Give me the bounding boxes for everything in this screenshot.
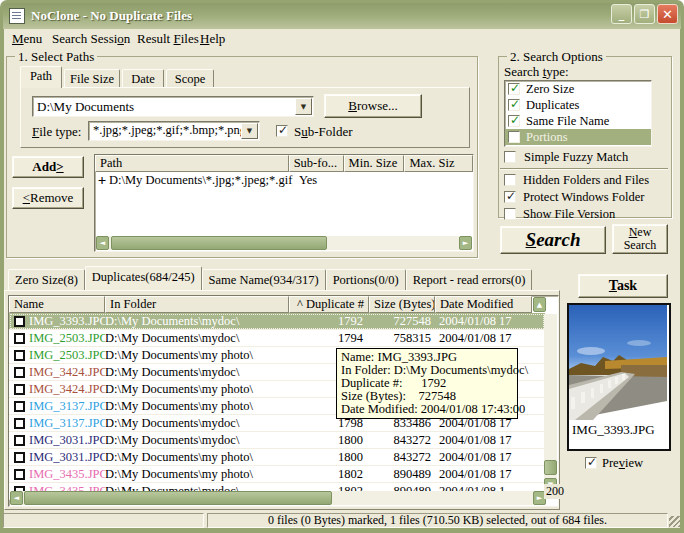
tab-results-1[interactable]: Duplicates(684/245) bbox=[85, 266, 202, 290]
table-row[interactable]: IMG_3031.JPGD:\My Documents\mydoc\180084… bbox=[9, 432, 545, 449]
size-cell: 843272 bbox=[369, 433, 435, 448]
search-type-item-2[interactable]: ✓Same File Name bbox=[505, 113, 651, 129]
tab-scope[interactable]: Scope bbox=[166, 69, 214, 88]
file-name-cell: IMG_3435.JPG bbox=[29, 467, 105, 482]
row-checkbox[interactable] bbox=[9, 384, 29, 395]
checkbox-icon[interactable] bbox=[14, 384, 25, 395]
row-checkbox[interactable] bbox=[9, 333, 29, 344]
preview-checkbox[interactable]: ✓ bbox=[585, 455, 597, 471]
checkbox[interactable]: ✓ bbox=[504, 191, 516, 203]
date-cell: 2004/01/08 17 bbox=[435, 467, 545, 482]
menu-item-help[interactable]: Help bbox=[200, 31, 225, 47]
table-row[interactable]: IMG_2503.JPGD:\My Documents\mydoc\179475… bbox=[9, 330, 545, 347]
in-folder-cell: D:\My Documents\mydoc\ bbox=[105, 433, 289, 448]
col-header-size[interactable]: Size (Bytes) bbox=[369, 296, 435, 313]
path-list-row[interactable]: + D:\My Documents\*.jpg;*.jpeg;*.gif;...… bbox=[95, 172, 473, 189]
checkbox-icon[interactable] bbox=[14, 469, 25, 480]
task-button[interactable]: Task bbox=[578, 274, 668, 298]
path-list-header-subfolder[interactable]: Sub-fo... bbox=[289, 155, 344, 172]
minimize-button[interactable]: _ bbox=[611, 4, 632, 24]
checkbox-icon[interactable] bbox=[14, 418, 25, 429]
tab-results-4[interactable]: Report - read errors(0) bbox=[406, 269, 533, 290]
col-header-duplicate[interactable]: ^ Duplicate # bbox=[289, 296, 369, 313]
tab-path[interactable]: Path bbox=[20, 66, 62, 88]
row-checkbox[interactable] bbox=[9, 401, 29, 412]
menu-item-menu[interactable]: Menu bbox=[12, 31, 42, 47]
option-flag-1[interactable]: ✓Protect Windows Folder bbox=[504, 189, 670, 205]
checkbox-icon[interactable] bbox=[14, 333, 25, 344]
checkbox-icon[interactable] bbox=[14, 401, 25, 412]
path-list-header-path[interactable]: Path bbox=[95, 155, 289, 172]
subfolder-label: Sub-Folder bbox=[294, 124, 353, 140]
tab-file-size[interactable]: File Size bbox=[64, 69, 120, 88]
menu-item-result-files[interactable]: Result Files bbox=[137, 31, 199, 47]
new-search-button[interactable]: NewSearch bbox=[612, 224, 668, 254]
duplicate-cell: 1800 bbox=[289, 433, 369, 448]
menu-item-search-session[interactable]: Search Session bbox=[52, 31, 130, 47]
close-button[interactable]: ✕ bbox=[657, 4, 678, 24]
checkbox-icon[interactable] bbox=[14, 452, 25, 463]
checkbox[interactable]: ✓ bbox=[508, 83, 520, 95]
row-checkbox[interactable] bbox=[9, 316, 29, 327]
search-type-listbox[interactable]: ✓Zero Size✓Duplicates✓Same File NamePort… bbox=[504, 80, 652, 147]
scroll-left-icon[interactable]: ◄ bbox=[96, 236, 109, 250]
path-combobox-arrow-icon[interactable]: ▼ bbox=[295, 98, 312, 115]
file-type-combobox[interactable]: *.jpg;*.jpeg;*.gif;*.bmp;*.png ▼ bbox=[88, 121, 260, 141]
browse-button[interactable]: Browse... bbox=[324, 94, 422, 118]
col-header-name[interactable]: Name bbox=[9, 296, 105, 313]
row-checkbox[interactable] bbox=[9, 350, 29, 361]
titlebar[interactable]: NoClone - No Duplicate Files bbox=[3, 3, 681, 29]
tab-results-2[interactable]: Same Name(934/317) bbox=[202, 269, 326, 290]
row-checkbox[interactable] bbox=[9, 469, 29, 480]
scroll-up-icon[interactable]: ▲ bbox=[533, 297, 546, 312]
in-folder-cell: D:\My Documents\my photo\ bbox=[105, 450, 289, 465]
subfolder-checkbox[interactable]: ✓ bbox=[276, 123, 288, 139]
checkbox-icon[interactable] bbox=[14, 435, 25, 446]
add-button[interactable]: Add> bbox=[12, 156, 84, 178]
checkbox[interactable]: ✓ bbox=[508, 99, 520, 111]
checkbox[interactable] bbox=[504, 174, 516, 186]
resize-grip[interactable] bbox=[669, 516, 680, 527]
row-checkbox[interactable] bbox=[9, 452, 29, 463]
results-hscroll-thumb[interactable] bbox=[24, 491, 332, 505]
path-combobox[interactable]: D:\My Documents ▼ bbox=[32, 96, 314, 117]
checkbox[interactable] bbox=[504, 208, 516, 220]
col-header-in-folder[interactable]: In Folder bbox=[105, 296, 289, 313]
checkbox-icon[interactable] bbox=[14, 350, 25, 361]
checkbox-icon[interactable] bbox=[14, 367, 25, 378]
col-header-date-modified[interactable]: Date Modified bbox=[435, 296, 532, 313]
results-hscroll[interactable]: ◄ ► bbox=[10, 491, 546, 505]
file-type-combobox-arrow-icon[interactable]: ▼ bbox=[241, 123, 258, 139]
path-list-header-min-size[interactable]: Min. Size bbox=[344, 155, 405, 172]
row-checkbox[interactable] bbox=[9, 367, 29, 378]
path-list-hscroll[interactable]: ◄ ► bbox=[96, 236, 472, 250]
row-checkbox[interactable] bbox=[9, 418, 29, 429]
tab-results-0[interactable]: Zero Size(8) bbox=[8, 269, 85, 290]
maximize-button[interactable]: ❐ bbox=[634, 4, 655, 24]
checkbox-icon[interactable] bbox=[14, 316, 25, 327]
scroll-right-icon[interactable]: ► bbox=[459, 236, 472, 250]
scroll-left-icon[interactable]: ◄ bbox=[10, 491, 23, 505]
search-type-item-0[interactable]: ✓Zero Size bbox=[505, 81, 651, 97]
results-vscroll[interactable]: ▼ bbox=[544, 314, 557, 492]
tab-results-3[interactable]: Portions(0/0) bbox=[326, 269, 406, 290]
checkbox[interactable]: ✓ bbox=[508, 115, 520, 127]
checkbox[interactable] bbox=[508, 131, 520, 143]
table-row[interactable]: IMG_3031.JPGD:\My Documents\my photo\180… bbox=[9, 449, 545, 466]
search-type-item-3[interactable]: Portions bbox=[505, 129, 651, 145]
row-checkbox[interactable] bbox=[9, 435, 29, 446]
search-button[interactable]: Search bbox=[500, 226, 606, 254]
tree-plus-icon[interactable]: + bbox=[95, 172, 109, 189]
table-row[interactable]: IMG_3435.JPGD:\My Documents\my photo\180… bbox=[9, 466, 545, 483]
search-type-item-1[interactable]: ✓Duplicates bbox=[505, 97, 651, 113]
option-flag-2[interactable]: Show File Version bbox=[504, 206, 670, 222]
remove-button[interactable]: <Remove bbox=[12, 187, 84, 209]
clipped-text-fragment: 200 bbox=[544, 484, 566, 499]
results-vscroll-thumb[interactable] bbox=[544, 460, 557, 475]
tab-date[interactable]: Date bbox=[122, 69, 164, 88]
table-row[interactable]: IMG_3393.JPGD:\My Documents\mydoc\179272… bbox=[9, 313, 545, 330]
path-list-hscroll-thumb[interactable] bbox=[111, 236, 327, 250]
fuzzy-checkbox[interactable] bbox=[504, 149, 516, 165]
path-list-header-max-size[interactable]: Max. Siz bbox=[404, 155, 473, 172]
option-flag-0[interactable]: Hidden Folders and Files bbox=[504, 172, 670, 188]
